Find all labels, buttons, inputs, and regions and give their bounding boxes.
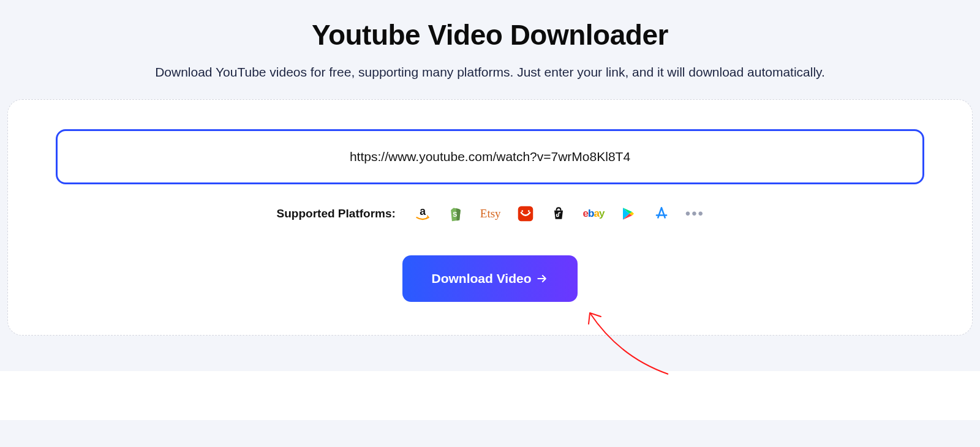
download-button[interactable]: Download Video	[402, 255, 578, 302]
download-button-label: Download Video	[432, 271, 532, 286]
svg-point-3	[521, 210, 523, 212]
platforms-label: Supported Platforms:	[277, 207, 396, 220]
downloader-card: Supported Platforms: a S Etsy	[7, 99, 973, 336]
svg-text:a: a	[420, 205, 426, 217]
video-url-input[interactable]	[56, 129, 924, 184]
footer-area	[0, 371, 980, 420]
svg-rect-2	[518, 206, 533, 222]
supported-platforms: Supported Platforms: a S Etsy	[56, 205, 924, 222]
ebay-icon: ebay	[583, 205, 605, 222]
arrow-right-icon	[536, 272, 548, 285]
app-store-icon	[653, 205, 670, 222]
svg-point-4	[528, 210, 530, 212]
page-title: Youtube Video Downloader	[0, 18, 980, 51]
google-play-icon	[620, 205, 637, 222]
aliexpress-icon	[517, 205, 534, 222]
etsy-icon: Etsy	[480, 205, 501, 222]
more-platforms-icon[interactable]: •••	[686, 205, 703, 222]
amazon-icon: a	[414, 205, 431, 222]
page-subtitle: Download YouTube videos for free, suppor…	[0, 65, 980, 80]
shopify-icon: S	[447, 205, 464, 222]
svg-text:S: S	[453, 211, 457, 218]
annotation-arrow	[582, 302, 680, 381]
tiktok-shop-icon	[550, 205, 567, 222]
